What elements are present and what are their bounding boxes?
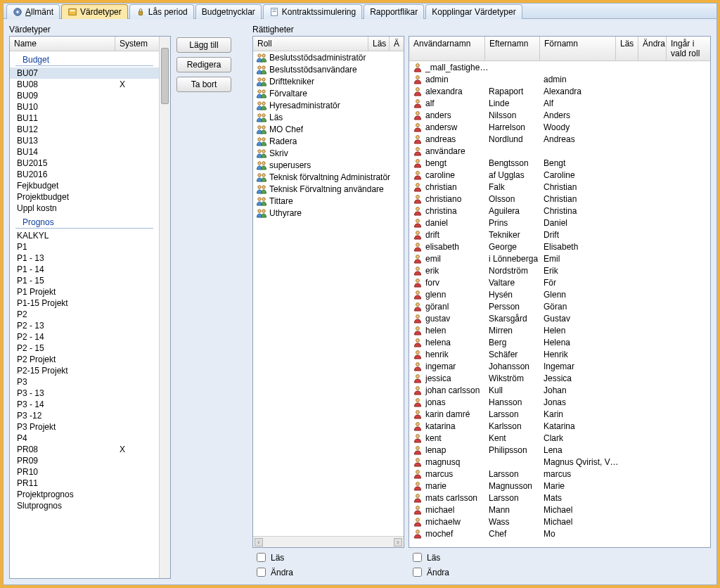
- list-item[interactable]: P2-15 Projekt: [10, 365, 159, 376]
- user-row[interactable]: mochefChefMo: [409, 528, 710, 539]
- list-item[interactable]: PR10: [10, 466, 159, 478]
- col-anvandarnamn[interactable]: Användarnamn: [409, 37, 485, 60]
- user-row[interactable]: ingemarJohanssonIngemar: [409, 360, 710, 372]
- list-item[interactable]: Projektbudget: [10, 191, 159, 203]
- col-las[interactable]: Läs: [368, 37, 390, 51]
- tab-lås-period[interactable]: Lås period: [129, 4, 194, 19]
- list-item[interactable]: Slutprognos: [10, 500, 159, 511]
- list-item[interactable]: P2 - 13: [10, 320, 159, 331]
- user-row[interactable]: _mall_fastighetweb: [409, 61, 710, 73]
- user-row[interactable]: adminadmin: [409, 73, 710, 85]
- add-button[interactable]: Lägg till: [176, 37, 231, 53]
- list-item[interactable]: P3 - 14: [10, 399, 159, 410]
- user-row[interactable]: forvValtareFör: [409, 276, 710, 288]
- scroll-thumb[interactable]: [161, 48, 169, 104]
- user-row[interactable]: henrikSchäferHenrik: [409, 348, 710, 360]
- user-row[interactable]: mats carlssonLarssonMats: [409, 492, 710, 504]
- list-item[interactable]: PR08X: [10, 444, 159, 455]
- list-item[interactable]: BU12: [10, 124, 159, 135]
- user-row[interactable]: jessicaWikströmJessica: [409, 372, 710, 384]
- list-item[interactable]: BU13: [10, 135, 159, 146]
- vardetyper-list[interactable]: NameSystemBudgetBU07BU08XBU09BU10BU11BU1…: [9, 36, 171, 579]
- roles-read-checkbox[interactable]: Läs: [252, 551, 404, 564]
- col-andra[interactable]: Ändra: [638, 37, 667, 60]
- list-item[interactable]: P2: [10, 309, 159, 320]
- user-row[interactable]: anderswHarrelsonWoody: [409, 121, 710, 133]
- users-edit-checkbox[interactable]: Ändra: [409, 565, 449, 579]
- user-row[interactable]: michaelMannMichael: [409, 504, 710, 516]
- user-row[interactable]: christianFalkChristian: [409, 181, 710, 193]
- role-row[interactable]: Radera: [253, 135, 404, 147]
- tab-allmänt[interactable]: Allmänt: [6, 4, 60, 19]
- role-row[interactable]: Drifttekniker: [253, 75, 404, 87]
- roles-edit-checkbox[interactable]: Ändra: [252, 565, 404, 579]
- user-row[interactable]: emili LönnebergaEmil: [409, 253, 710, 264]
- user-row[interactable]: kentKentClark: [409, 432, 710, 444]
- user-row[interactable]: karin damréLarssonKarin: [409, 408, 710, 420]
- list-item[interactable]: BU10: [10, 101, 159, 113]
- list-item[interactable]: Projektprognos: [10, 489, 159, 500]
- role-row[interactable]: Uthyrare: [253, 207, 404, 219]
- delete-button[interactable]: Ta bort: [176, 77, 231, 92]
- user-row[interactable]: carolineaf UgglasCaroline: [409, 169, 710, 181]
- user-row[interactable]: driftTeknikerDrift: [409, 229, 710, 241]
- role-row[interactable]: Skriv: [253, 147, 404, 159]
- col-system[interactable]: System: [115, 37, 159, 51]
- user-row[interactable]: danielPrinsDaniel: [409, 217, 710, 229]
- col-efternamn[interactable]: Efternamn: [485, 37, 540, 60]
- role-row[interactable]: Beslutsstödsadministratör: [253, 51, 404, 63]
- col-fornamn[interactable]: Förnamn: [540, 37, 616, 60]
- list-item[interactable]: P3 Projekt: [10, 421, 159, 433]
- roles-header[interactable]: Roll Läs Ä: [253, 37, 404, 51]
- roles-hscrollbar[interactable]: ‹ ›: [253, 536, 404, 547]
- list-item[interactable]: P1 Projekt: [10, 286, 159, 298]
- user-row[interactable]: johan carlssonKullJohan: [409, 384, 710, 396]
- roles-list[interactable]: Roll Läs Ä BeslutsstödsadministratörBesl…: [252, 36, 404, 548]
- user-row[interactable]: magnusqMagnus Qvirist, Vitec: [409, 456, 710, 468]
- role-row[interactable]: Tittare: [253, 195, 404, 207]
- list-item[interactable]: Fejkbudget: [10, 180, 159, 191]
- user-row[interactable]: gustavSkarsgårdGustav: [409, 312, 710, 324]
- scroll-right-icon[interactable]: ›: [394, 538, 402, 547]
- list-item[interactable]: P2 - 15: [10, 343, 159, 354]
- list-item[interactable]: P1: [10, 241, 159, 253]
- user-row[interactable]: michaelwWassMichael: [409, 516, 710, 528]
- list-item[interactable]: KALKYL: [10, 230, 159, 241]
- role-row[interactable]: Hyresadministratör: [253, 99, 404, 111]
- role-row[interactable]: Teknisk Förvaltning användare: [253, 183, 404, 195]
- user-row[interactable]: marieMagnussonMarie: [409, 480, 710, 492]
- users-read-checkbox[interactable]: Läs: [409, 551, 449, 564]
- list-item[interactable]: PR09: [10, 455, 159, 466]
- role-row[interactable]: Läs: [253, 111, 404, 123]
- user-row[interactable]: christinaAguileraChristina: [409, 205, 710, 217]
- role-row[interactable]: superusers: [253, 159, 404, 171]
- list-item[interactable]: PR11: [10, 478, 159, 489]
- list-item[interactable]: P3: [10, 376, 159, 388]
- user-row[interactable]: erikNordströmErik: [409, 264, 710, 276]
- user-row[interactable]: bengtBengtssonBengt: [409, 157, 710, 169]
- user-row[interactable]: användare: [409, 145, 710, 157]
- tab-kopplingar-värdetyper[interactable]: Kopplingar Värdetyper: [425, 4, 522, 19]
- scroll-left-icon[interactable]: ‹: [255, 538, 263, 547]
- list-item[interactable]: P1-15 Projekt: [10, 298, 159, 309]
- user-row[interactable]: jonasHanssonJonas: [409, 396, 710, 408]
- user-row[interactable]: marcusLarssonmarcus: [409, 468, 710, 480]
- list-item[interactable]: P4: [10, 433, 159, 444]
- list-item[interactable]: BU08X: [10, 79, 159, 90]
- col-las[interactable]: Läs: [616, 37, 638, 60]
- list-item[interactable]: BU2016: [10, 169, 159, 180]
- edit-button[interactable]: Redigera: [176, 57, 231, 72]
- user-row[interactable]: helenaBergHelena: [409, 336, 710, 348]
- col-roll[interactable]: Roll: [253, 37, 368, 51]
- role-row[interactable]: Teknisk förvaltning Administratör: [253, 171, 404, 183]
- user-row[interactable]: göranlPerssonGöran: [409, 300, 710, 312]
- list-item[interactable]: BU14: [10, 146, 159, 158]
- role-row[interactable]: MO Chef: [253, 123, 404, 135]
- col-ingar[interactable]: Ingår i vald roll: [667, 37, 710, 60]
- user-row[interactable]: glennHysénGlenn: [409, 288, 710, 300]
- list-item[interactable]: Uppl kostn: [10, 203, 159, 214]
- user-row[interactable]: katarinaKarlssonKatarina: [409, 420, 710, 432]
- tab-rapportflikar[interactable]: Rapportflikar: [364, 4, 424, 19]
- col-andra[interactable]: Ä: [390, 37, 402, 51]
- list-item[interactable]: BU07: [10, 68, 159, 79]
